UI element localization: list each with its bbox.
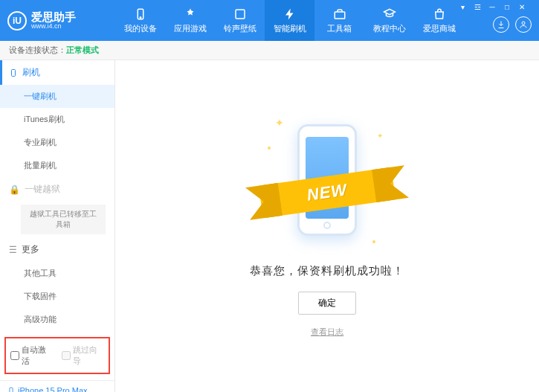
list-icon: ☰: [9, 245, 17, 255]
group-more[interactable]: ☰ 更多: [0, 237, 114, 262]
nav-store[interactable]: 爱思商城: [414, 0, 464, 41]
account-button[interactable]: [515, 16, 532, 33]
device-name[interactable]: iPhone 15 Pro Max: [7, 385, 107, 392]
minimize-icon[interactable]: ─: [487, 3, 497, 11]
nav-ringtones[interactable]: 铃声壁纸: [215, 0, 265, 41]
checkbox-auto-activate[interactable]: 自动激活: [10, 344, 53, 367]
flash-icon: [283, 7, 297, 21]
nav-toolbox[interactable]: 工具箱: [314, 0, 364, 41]
sidebar: 刷机 一键刷机 iTunes刷机 专业刷机 批量刷机 🔒 一键越狱 越狱工具已转…: [0, 60, 115, 392]
svg-rect-5: [12, 69, 16, 76]
app-url: www.i4.cn: [31, 22, 76, 30]
tutorial-icon: [383, 7, 396, 21]
device-icon: [134, 7, 147, 21]
group-jailbreak: 🔒 一键越狱: [0, 177, 114, 202]
lock-icon: 🔒: [9, 184, 20, 195]
nav-my-device[interactable]: 我的设备: [115, 0, 165, 41]
svg-rect-6: [10, 388, 13, 392]
device-info: iPhone 15 Pro Max 512GB iPhone: [0, 380, 114, 392]
menu-icon[interactable]: ▾: [457, 3, 468, 11]
wallpaper-icon: [233, 7, 247, 21]
svg-point-4: [522, 22, 525, 25]
window-controls: ▾ ☲ ─ □ ✕: [457, 3, 535, 11]
download-button[interactable]: [493, 16, 509, 33]
sidebar-item-itunes-flash[interactable]: iTunes刷机: [0, 108, 114, 131]
phone-small-icon: [7, 385, 15, 392]
checkbox-skip-setup[interactable]: 跳过向导: [62, 344, 104, 367]
ok-button[interactable]: 确定: [298, 292, 356, 315]
main-content: ✦ ✦ NEW 恭喜您，保资料刷机成功啦！ 确定 查看日志: [115, 60, 539, 392]
app-logo: iU 爱思助手 www.i4.cn: [0, 11, 115, 30]
logo-icon: iU: [7, 11, 27, 30]
app-title: 爱思助手: [31, 11, 76, 22]
sidebar-item-download-firmware[interactable]: 下载固件: [0, 285, 114, 308]
sidebar-item-batch-flash[interactable]: 批量刷机: [0, 154, 114, 177]
svg-point-1: [140, 16, 141, 18]
maximize-icon[interactable]: □: [502, 3, 512, 11]
flash-options-highlighted: 自动激活 跳过向导: [4, 337, 110, 374]
sidebar-item-pro-flash[interactable]: 专业刷机: [0, 131, 114, 154]
success-message: 恭喜您，保资料刷机成功啦！: [250, 264, 404, 278]
nav-flash[interactable]: 智能刷机: [265, 0, 314, 41]
jailbreak-moved-note: 越狱工具已转移至工具箱: [21, 205, 106, 234]
toolbox-icon: [333, 7, 346, 21]
sidebar-item-oneclick-flash[interactable]: 一键刷机: [0, 85, 114, 108]
svg-rect-2: [236, 10, 245, 19]
phone-icon: [9, 68, 18, 77]
sidebar-item-other-tools[interactable]: 其他工具: [0, 262, 114, 285]
success-illustration: ✦ ✦ NEW: [268, 117, 387, 251]
skin-icon[interactable]: ☲: [472, 3, 482, 11]
store-icon: [433, 7, 446, 21]
apps-icon: [184, 7, 197, 21]
nav-tutorials[interactable]: 教程中心: [364, 0, 414, 41]
connection-mode: 正常模式: [66, 45, 99, 56]
nav-apps[interactable]: 应用游戏: [165, 0, 215, 41]
group-flash[interactable]: 刷机: [0, 60, 114, 85]
svg-rect-3: [335, 12, 345, 19]
sidebar-item-advanced[interactable]: 高级功能: [0, 308, 114, 331]
device-status-bar: 设备连接状态： 正常模式: [0, 41, 539, 60]
app-header: iU 爱思助手 www.i4.cn 我的设备 应用游戏 铃声壁纸 智能刷机 工具…: [0, 0, 539, 41]
view-log-link[interactable]: 查看日志: [311, 327, 343, 338]
close-icon[interactable]: ✕: [517, 3, 527, 11]
